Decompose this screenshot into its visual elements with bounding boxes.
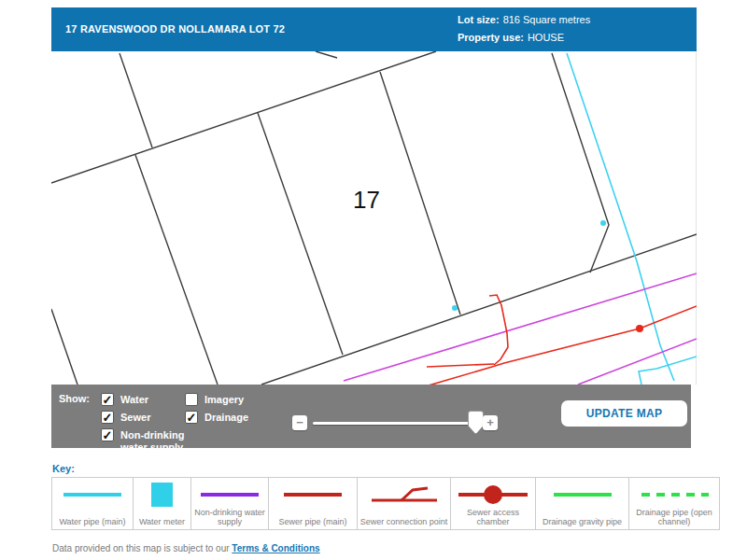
property-map-page: 17 RAVENSWOOD DR NOLLAMARA LOT 72 Lot si… bbox=[0, 0, 747, 560]
checked-checkbox-icon[interactable] bbox=[101, 428, 114, 441]
water-meter-marker bbox=[600, 220, 606, 226]
header-bar: 17 RAVENSWOOD DR NOLLAMARA LOT 72 Lot si… bbox=[51, 7, 697, 51]
terms-and-conditions-link[interactable]: Terms & Conditions bbox=[232, 543, 319, 553]
checkbox-label: Drainage bbox=[204, 411, 248, 424]
checkbox-label: Sewer bbox=[120, 411, 150, 424]
unchecked-checkbox-icon[interactable] bbox=[185, 393, 198, 406]
map-canvas[interactable]: 17 bbox=[51, 51, 697, 385]
legend-item: Drainage pipe (open channel) bbox=[629, 477, 720, 530]
sewer-pipes bbox=[422, 306, 697, 385]
parcel-boundaries bbox=[51, 51, 436, 183]
legend-item-label: Sewer access chamber bbox=[453, 508, 533, 526]
lot-size-label: Lot size: bbox=[458, 14, 500, 25]
legend-item: Drainage gravity pipe bbox=[536, 477, 629, 530]
parcel-boundaries bbox=[135, 155, 218, 385]
layer-control-bar: Show: WaterSewerNon-drinking water suppl… bbox=[51, 385, 691, 448]
water-meter-icon bbox=[126, 482, 199, 508]
property-meta: Lot size:816 Square metres Property use:… bbox=[458, 14, 590, 49]
parcel-boundaries bbox=[258, 113, 343, 355]
legend-item-label: Drainage pipe (open channel) bbox=[631, 508, 717, 526]
parcel-boundaries bbox=[51, 309, 78, 385]
zoom-slider: − + bbox=[292, 409, 498, 439]
sewer-connection-point-icon bbox=[368, 482, 441, 508]
parcel-boundaries bbox=[316, 51, 337, 58]
checkbox-label: Non-drinking water supply bbox=[120, 428, 203, 454]
parcel-number-label: 17 bbox=[353, 186, 380, 214]
legend-item-label: Non-drinking water supply bbox=[193, 508, 266, 526]
layer-checkbox-drainage[interactable]: Drainage bbox=[185, 411, 248, 424]
zoom-out-button[interactable]: − bbox=[292, 415, 307, 430]
layer-checkbox-imagery[interactable]: Imagery bbox=[185, 393, 248, 406]
checkbox-label: Water bbox=[120, 393, 148, 406]
property-use-label: Property use: bbox=[458, 32, 524, 43]
water-pipe-main--icon bbox=[56, 482, 129, 508]
checked-checkbox-icon[interactable] bbox=[101, 393, 114, 406]
checked-checkbox-icon[interactable] bbox=[185, 411, 198, 424]
sewer-access-chamber-marker bbox=[636, 325, 643, 332]
legend-row: Water pipe (main)Water meterNon-drinking… bbox=[51, 477, 720, 530]
show-label: Show: bbox=[59, 393, 90, 404]
legend-item: Sewer connection point bbox=[358, 477, 451, 530]
checked-checkbox-icon[interactable] bbox=[101, 411, 114, 424]
non-drinking-water-supply-icon bbox=[193, 482, 266, 508]
water-meter-marker bbox=[452, 305, 458, 311]
legend-item-label: Sewer pipe (main) bbox=[278, 517, 346, 526]
drainage-gravity-pipe-icon bbox=[546, 482, 619, 508]
update-map-button[interactable]: UPDATE MAP bbox=[561, 400, 687, 427]
legend-item: Water meter bbox=[134, 477, 191, 530]
zoom-slider-thumb[interactable] bbox=[468, 411, 484, 434]
lot-size-value: 816 Square metres bbox=[503, 14, 591, 25]
property-use-value: HOUSE bbox=[528, 32, 564, 43]
legend-item-label: Water meter bbox=[139, 517, 185, 526]
checkbox-column-2: ImageryDrainage bbox=[185, 388, 248, 424]
legend-item: Non-drinking water supply bbox=[191, 477, 269, 530]
zoom-in-button[interactable]: + bbox=[483, 415, 498, 430]
legend-item-label: Sewer connection point bbox=[360, 517, 448, 526]
legend-item: Sewer access chamber bbox=[451, 477, 536, 530]
parcel-boundaries bbox=[120, 53, 152, 147]
key-title: Key: bbox=[52, 463, 75, 474]
parcel-boundaries bbox=[380, 72, 460, 315]
legend-item: Water pipe (main) bbox=[51, 477, 134, 530]
footer-text: Data provided on this map is subject to … bbox=[52, 543, 232, 553]
legend-item-label: Drainage gravity pipe bbox=[543, 517, 622, 526]
checkbox-label: Imagery bbox=[204, 393, 244, 406]
water-pipes bbox=[639, 357, 697, 385]
layer-checkbox-non-drinking-water-supply[interactable]: Non-drinking water supply bbox=[101, 428, 203, 454]
legend-item-label: Water pipe (main) bbox=[59, 517, 125, 526]
drainage-pipe-open-channel--icon bbox=[638, 482, 711, 508]
sewer-pipes bbox=[427, 364, 494, 367]
property-address: 17 RAVENSWOOD DR NOLLAMARA LOT 72 bbox=[65, 23, 285, 35]
parcel-boundaries bbox=[552, 53, 609, 273]
zoom-slider-track[interactable] bbox=[313, 422, 486, 425]
map-drawing: 17 bbox=[51, 51, 697, 385]
legend-item: Sewer pipe (main) bbox=[269, 477, 358, 530]
water-pipes bbox=[567, 53, 674, 381]
sewer-access-chamber-icon bbox=[457, 482, 529, 508]
sewer-pipe-main--icon bbox=[276, 482, 349, 508]
footer-disclaimer: Data provided on this map is subject to … bbox=[52, 543, 320, 553]
